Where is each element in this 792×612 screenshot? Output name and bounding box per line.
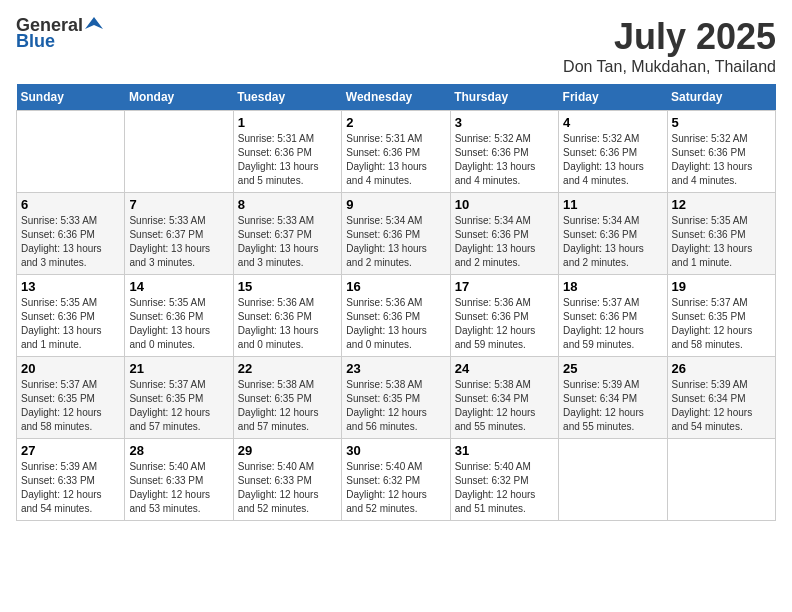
calendar-cell: 4Sunrise: 5:32 AMSunset: 6:36 PMDaylight… [559,111,667,193]
weekday-header: Friday [559,84,667,111]
location-title: Don Tan, Mukdahan, Thailand [563,58,776,76]
calendar-cell: 2Sunrise: 5:31 AMSunset: 6:36 PMDaylight… [342,111,450,193]
day-number: 4 [563,115,662,130]
svg-marker-0 [85,17,103,29]
day-number: 21 [129,361,228,376]
weekday-header: Sunday [17,84,125,111]
day-detail: Sunrise: 5:38 AMSunset: 6:35 PMDaylight:… [346,378,445,434]
logo-bird-icon [85,15,103,33]
calendar-cell: 28Sunrise: 5:40 AMSunset: 6:33 PMDayligh… [125,439,233,521]
calendar-cell: 11Sunrise: 5:34 AMSunset: 6:36 PMDayligh… [559,193,667,275]
calendar-cell: 23Sunrise: 5:38 AMSunset: 6:35 PMDayligh… [342,357,450,439]
day-detail: Sunrise: 5:38 AMSunset: 6:35 PMDaylight:… [238,378,337,434]
day-number: 26 [672,361,771,376]
calendar-cell: 19Sunrise: 5:37 AMSunset: 6:35 PMDayligh… [667,275,775,357]
day-number: 13 [21,279,120,294]
day-detail: Sunrise: 5:31 AMSunset: 6:36 PMDaylight:… [238,132,337,188]
day-number: 16 [346,279,445,294]
day-detail: Sunrise: 5:40 AMSunset: 6:33 PMDaylight:… [129,460,228,516]
day-number: 28 [129,443,228,458]
day-number: 24 [455,361,554,376]
day-detail: Sunrise: 5:37 AMSunset: 6:35 PMDaylight:… [21,378,120,434]
day-detail: Sunrise: 5:32 AMSunset: 6:36 PMDaylight:… [672,132,771,188]
day-number: 12 [672,197,771,212]
day-detail: Sunrise: 5:34 AMSunset: 6:36 PMDaylight:… [455,214,554,270]
day-number: 20 [21,361,120,376]
day-detail: Sunrise: 5:33 AMSunset: 6:36 PMDaylight:… [21,214,120,270]
calendar-cell: 22Sunrise: 5:38 AMSunset: 6:35 PMDayligh… [233,357,341,439]
weekday-header: Thursday [450,84,558,111]
calendar-cell: 9Sunrise: 5:34 AMSunset: 6:36 PMDaylight… [342,193,450,275]
weekday-header: Wednesday [342,84,450,111]
day-number: 11 [563,197,662,212]
calendar-cell: 12Sunrise: 5:35 AMSunset: 6:36 PMDayligh… [667,193,775,275]
day-number: 25 [563,361,662,376]
calendar-week-row: 1Sunrise: 5:31 AMSunset: 6:36 PMDaylight… [17,111,776,193]
day-number: 22 [238,361,337,376]
calendar-table: SundayMondayTuesdayWednesdayThursdayFrid… [16,84,776,521]
weekday-header: Monday [125,84,233,111]
day-detail: Sunrise: 5:37 AMSunset: 6:36 PMDaylight:… [563,296,662,352]
calendar-cell: 20Sunrise: 5:37 AMSunset: 6:35 PMDayligh… [17,357,125,439]
day-number: 3 [455,115,554,130]
calendar-cell: 8Sunrise: 5:33 AMSunset: 6:37 PMDaylight… [233,193,341,275]
day-detail: Sunrise: 5:40 AMSunset: 6:33 PMDaylight:… [238,460,337,516]
calendar-cell: 30Sunrise: 5:40 AMSunset: 6:32 PMDayligh… [342,439,450,521]
calendar-cell: 31Sunrise: 5:40 AMSunset: 6:32 PMDayligh… [450,439,558,521]
day-detail: Sunrise: 5:33 AMSunset: 6:37 PMDaylight:… [238,214,337,270]
day-detail: Sunrise: 5:34 AMSunset: 6:36 PMDaylight:… [346,214,445,270]
day-number: 23 [346,361,445,376]
day-number: 8 [238,197,337,212]
day-number: 27 [21,443,120,458]
day-detail: Sunrise: 5:34 AMSunset: 6:36 PMDaylight:… [563,214,662,270]
day-detail: Sunrise: 5:35 AMSunset: 6:36 PMDaylight:… [21,296,120,352]
day-detail: Sunrise: 5:37 AMSunset: 6:35 PMDaylight:… [672,296,771,352]
calendar-cell: 16Sunrise: 5:36 AMSunset: 6:36 PMDayligh… [342,275,450,357]
day-detail: Sunrise: 5:36 AMSunset: 6:36 PMDaylight:… [455,296,554,352]
calendar-week-row: 6Sunrise: 5:33 AMSunset: 6:36 PMDaylight… [17,193,776,275]
calendar-cell [17,111,125,193]
calendar-cell: 15Sunrise: 5:36 AMSunset: 6:36 PMDayligh… [233,275,341,357]
day-number: 2 [346,115,445,130]
calendar-cell: 5Sunrise: 5:32 AMSunset: 6:36 PMDaylight… [667,111,775,193]
calendar-cell: 14Sunrise: 5:35 AMSunset: 6:36 PMDayligh… [125,275,233,357]
day-number: 18 [563,279,662,294]
calendar-cell: 3Sunrise: 5:32 AMSunset: 6:36 PMDaylight… [450,111,558,193]
day-detail: Sunrise: 5:36 AMSunset: 6:36 PMDaylight:… [238,296,337,352]
day-number: 14 [129,279,228,294]
day-detail: Sunrise: 5:38 AMSunset: 6:34 PMDaylight:… [455,378,554,434]
day-detail: Sunrise: 5:37 AMSunset: 6:35 PMDaylight:… [129,378,228,434]
day-detail: Sunrise: 5:40 AMSunset: 6:32 PMDaylight:… [455,460,554,516]
day-detail: Sunrise: 5:33 AMSunset: 6:37 PMDaylight:… [129,214,228,270]
calendar-cell: 13Sunrise: 5:35 AMSunset: 6:36 PMDayligh… [17,275,125,357]
title-section: July 2025 Don Tan, Mukdahan, Thailand [563,16,776,76]
day-detail: Sunrise: 5:32 AMSunset: 6:36 PMDaylight:… [455,132,554,188]
day-detail: Sunrise: 5:39 AMSunset: 6:34 PMDaylight:… [672,378,771,434]
day-number: 6 [21,197,120,212]
day-number: 10 [455,197,554,212]
weekday-header: Saturday [667,84,775,111]
day-detail: Sunrise: 5:32 AMSunset: 6:36 PMDaylight:… [563,132,662,188]
day-detail: Sunrise: 5:39 AMSunset: 6:34 PMDaylight:… [563,378,662,434]
day-number: 15 [238,279,337,294]
calendar-cell: 25Sunrise: 5:39 AMSunset: 6:34 PMDayligh… [559,357,667,439]
weekday-header-row: SundayMondayTuesdayWednesdayThursdayFrid… [17,84,776,111]
calendar-week-row: 13Sunrise: 5:35 AMSunset: 6:36 PMDayligh… [17,275,776,357]
day-number: 29 [238,443,337,458]
day-detail: Sunrise: 5:35 AMSunset: 6:36 PMDaylight:… [129,296,228,352]
calendar-cell [667,439,775,521]
day-detail: Sunrise: 5:35 AMSunset: 6:36 PMDaylight:… [672,214,771,270]
calendar-cell: 29Sunrise: 5:40 AMSunset: 6:33 PMDayligh… [233,439,341,521]
day-number: 1 [238,115,337,130]
calendar-cell: 27Sunrise: 5:39 AMSunset: 6:33 PMDayligh… [17,439,125,521]
day-detail: Sunrise: 5:31 AMSunset: 6:36 PMDaylight:… [346,132,445,188]
month-title: July 2025 [563,16,776,58]
calendar-week-row: 27Sunrise: 5:39 AMSunset: 6:33 PMDayligh… [17,439,776,521]
calendar-cell: 6Sunrise: 5:33 AMSunset: 6:36 PMDaylight… [17,193,125,275]
day-number: 9 [346,197,445,212]
day-number: 7 [129,197,228,212]
calendar-cell: 17Sunrise: 5:36 AMSunset: 6:36 PMDayligh… [450,275,558,357]
calendar-cell [125,111,233,193]
calendar-cell: 1Sunrise: 5:31 AMSunset: 6:36 PMDaylight… [233,111,341,193]
logo: General Blue [16,16,103,52]
